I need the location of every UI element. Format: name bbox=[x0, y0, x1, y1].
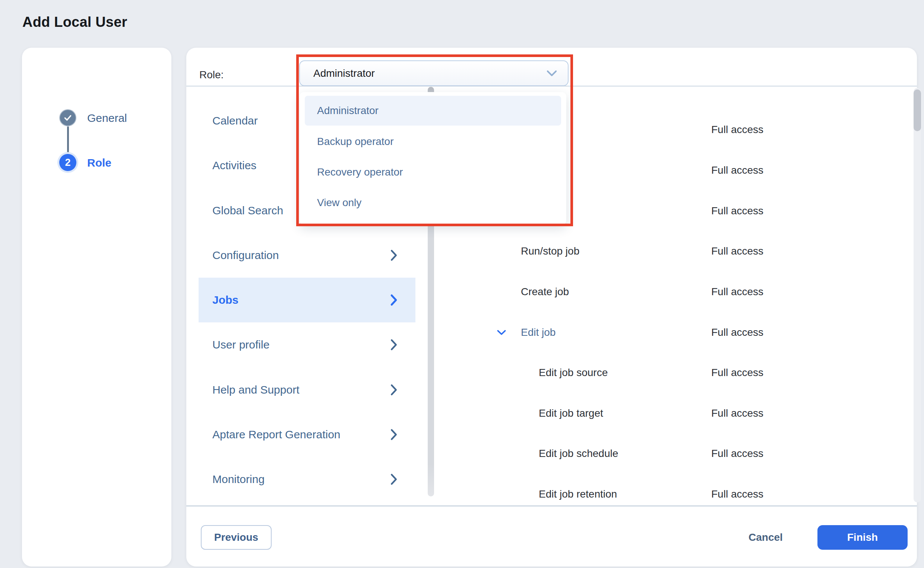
chevron-right-icon bbox=[390, 294, 398, 307]
role-option-view-only[interactable]: View only bbox=[305, 188, 561, 218]
chevron-right-icon bbox=[390, 384, 398, 396]
page-title: Add Local User bbox=[23, 14, 127, 30]
stepper-item-general[interactable]: General bbox=[87, 112, 127, 124]
access-level-value: Full access bbox=[711, 165, 763, 176]
access-level-value: Full access bbox=[711, 367, 763, 379]
permissions-scrollbar-track[interactable] bbox=[913, 88, 921, 502]
chevron-right-icon bbox=[390, 338, 398, 351]
role-option-recovery-operator[interactable]: Recovery operator bbox=[305, 157, 561, 187]
permission-row-create-job: Create job Full access bbox=[432, 272, 902, 312]
stepper-connector bbox=[67, 126, 69, 154]
category-row-monitoring[interactable]: Monitoring bbox=[199, 457, 415, 502]
category-row-configuration[interactable]: Configuration bbox=[199, 233, 415, 278]
category-row-jobs[interactable]: Jobs bbox=[199, 278, 415, 322]
role-field-label: Role: bbox=[199, 69, 223, 81]
stepper-item-role[interactable]: Role bbox=[87, 157, 112, 169]
previous-button[interactable]: Previous bbox=[201, 525, 271, 550]
permission-row-run-stop-job: Run/stop job Full access bbox=[432, 231, 902, 271]
access-level-value: Full access bbox=[711, 488, 763, 500]
cancel-button[interactable]: Cancel bbox=[738, 525, 794, 550]
chevron-down-icon[interactable] bbox=[497, 329, 506, 335]
chevron-right-icon bbox=[390, 428, 398, 441]
add-local-user-wizard: Add Local User 2 General Role Role: Cale… bbox=[0, 0, 924, 568]
role-option-administrator[interactable]: Administrator bbox=[305, 96, 561, 125]
chevron-right-icon bbox=[390, 473, 398, 486]
access-level-value: Full access bbox=[711, 245, 763, 257]
finish-button[interactable]: Finish bbox=[817, 525, 907, 550]
permission-row-edit-job-source: Edit job source Full access bbox=[432, 353, 902, 393]
access-level-value: Full access bbox=[711, 286, 763, 298]
role-select-value: Administrator bbox=[300, 68, 375, 79]
category-row-help-and-support[interactable]: Help and Support bbox=[199, 367, 415, 412]
category-row-user-profile[interactable]: User profile bbox=[199, 322, 415, 367]
role-step-panel: Role: Calendar Activities Global Search … bbox=[186, 48, 917, 566]
step-role-indicator: 2 bbox=[59, 154, 76, 171]
access-level-value: Full access bbox=[711, 326, 763, 338]
role-select[interactable]: Administrator bbox=[299, 60, 568, 86]
chevron-right-icon bbox=[390, 249, 398, 261]
permissions-scrollbar-thumb[interactable] bbox=[913, 89, 921, 131]
role-option-backup-operator[interactable]: Backup operator bbox=[305, 127, 561, 157]
category-row-aptare-report-generation[interactable]: Aptare Report Generation bbox=[199, 412, 415, 457]
access-level-value: Full access bbox=[711, 407, 763, 419]
check-icon bbox=[63, 113, 73, 122]
access-level-value: Full access bbox=[711, 205, 763, 217]
stepper-panel: 2 General Role bbox=[22, 48, 171, 566]
access-level-value: Full access bbox=[711, 448, 763, 459]
chevron-down-icon bbox=[546, 70, 558, 77]
step-number: 2 bbox=[65, 157, 71, 168]
access-level-value: Full access bbox=[711, 124, 763, 136]
permission-row-edit-job-target: Edit job target Full access bbox=[432, 393, 902, 434]
permission-row-edit-job-schedule: Edit job schedule Full access bbox=[432, 434, 902, 474]
role-dropdown-menu: Administrator Backup operator Recovery o… bbox=[300, 92, 566, 225]
step-general-indicator bbox=[59, 109, 76, 126]
permission-row-edit-job[interactable]: Edit job Full access bbox=[432, 312, 902, 353]
permission-row-edit-job-retention: Edit job retention Full access bbox=[432, 474, 902, 514]
